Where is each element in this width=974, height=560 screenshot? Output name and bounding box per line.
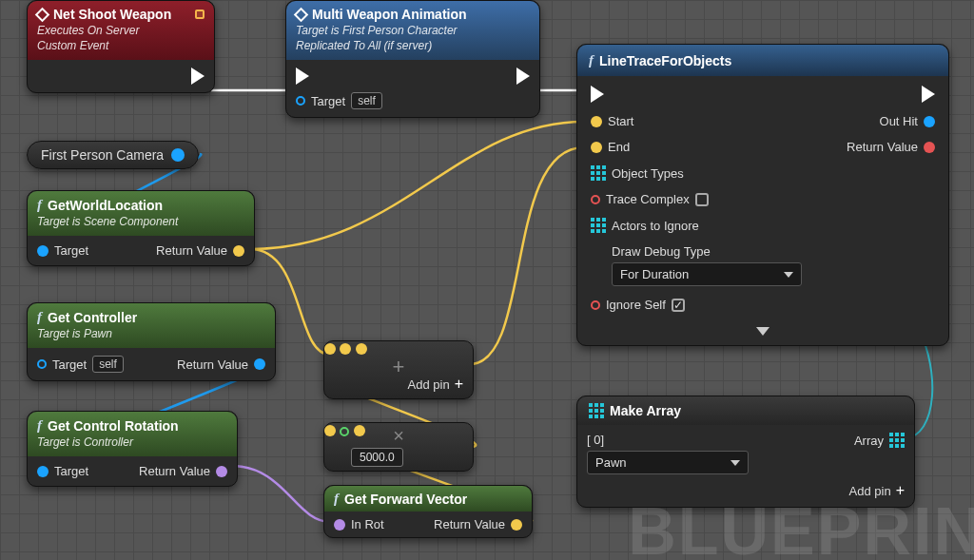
add-pin-label: Add pin xyxy=(408,377,450,392)
target-pin[interactable] xyxy=(37,466,49,477)
inrot-pin[interactable] xyxy=(334,519,345,531)
exec-in-pin[interactable] xyxy=(591,86,604,103)
trace-complex-pin[interactable] xyxy=(591,195,600,204)
trace-complex-checkbox[interactable] xyxy=(695,193,709,206)
variable-label: First Person Camera xyxy=(41,147,164,163)
node-multi-weapon-animation[interactable]: Multi Weapon Animation Target is First P… xyxy=(285,0,540,118)
add-pin-button[interactable]: Add pin+ xyxy=(408,376,463,393)
node-vector-multiply[interactable]: 5000.0 × xyxy=(323,422,474,472)
node-make-array[interactable]: Make Array [ 0] Pawn Array Add pin+ xyxy=(576,396,915,508)
return-label: Return Value xyxy=(156,243,227,258)
function-icon: f xyxy=(37,197,42,213)
actors-ignore-pin[interactable] xyxy=(591,218,606,233)
node-net-shoot-weapon[interactable]: Net Shoot Weapon Executes On Server Cust… xyxy=(27,0,215,93)
return-label: Return Value xyxy=(139,464,210,478)
target-pin[interactable] xyxy=(296,96,305,106)
function-icon: f xyxy=(334,491,339,507)
event-icon xyxy=(294,7,309,22)
ignore-self-label: Ignore Self xyxy=(606,298,666,312)
object-types-label: Object Types xyxy=(612,166,684,181)
subtitle1: Target is First Person Character xyxy=(296,24,530,37)
subtitle: Target is Pawn xyxy=(37,327,265,340)
ignore-self-pin[interactable] xyxy=(591,300,600,310)
target-value[interactable]: self xyxy=(92,356,124,373)
node-get-world-location[interactable]: fGetWorldLocation Target is Scene Compon… xyxy=(27,190,255,266)
replication-icon xyxy=(195,10,205,19)
return-pin[interactable] xyxy=(216,466,227,477)
array-out-pin[interactable] xyxy=(889,433,905,448)
subtitle2: Custom Event xyxy=(37,39,205,52)
exec-out-pin[interactable] xyxy=(191,68,205,85)
start-pin[interactable] xyxy=(591,116,602,127)
target-pin[interactable] xyxy=(37,245,49,257)
return-pin[interactable] xyxy=(254,358,265,370)
draw-debug-dropdown[interactable]: For Duration xyxy=(612,262,802,286)
index-label: [ 0] xyxy=(587,433,604,447)
exec-in-pin[interactable] xyxy=(296,68,309,85)
start-label: Start xyxy=(608,114,633,128)
plus-icon: + xyxy=(455,376,463,393)
return-pin[interactable] xyxy=(924,142,935,153)
add-out-pin[interactable] xyxy=(356,343,367,355)
end-pin[interactable] xyxy=(591,142,602,153)
target-label: Target xyxy=(54,464,88,478)
title-text: Get Control Rotation xyxy=(48,418,179,434)
actors-ignore-label: Actors to Ignore xyxy=(612,219,699,233)
add-in-a-pin[interactable] xyxy=(324,343,336,355)
index-dropdown[interactable]: Pawn xyxy=(587,451,749,474)
node-line-trace-for-objects[interactable]: fLineTraceForObjects Start Out Hit End R… xyxy=(576,44,949,346)
function-icon: f xyxy=(589,52,594,68)
target-value[interactable]: self xyxy=(351,92,382,109)
return-label: Return Value xyxy=(177,357,248,372)
expand-toggle[interactable] xyxy=(756,327,769,336)
title-text: Make Array xyxy=(610,403,681,418)
node-get-control-rotation[interactable]: fGet Control Rotation Target is Controll… xyxy=(27,411,238,487)
end-label: End xyxy=(608,140,630,154)
array-out-label: Array xyxy=(854,434,884,448)
function-icon: f xyxy=(37,417,42,434)
title-text: GetWorldLocation xyxy=(48,198,163,213)
node-header: Multi Weapon Animation Target is First P… xyxy=(286,1,539,60)
return-label: Return Value xyxy=(434,517,505,531)
outhit-label: Out Hit xyxy=(880,114,918,128)
return-label: Return Value xyxy=(847,140,918,154)
target-label: Target xyxy=(54,243,88,258)
draw-debug-value: For Duration xyxy=(620,267,689,281)
chevron-down-icon xyxy=(730,460,740,466)
node-get-controller[interactable]: fGet Controller Target is Pawn Targetsel… xyxy=(27,302,276,381)
variable-first-person-camera[interactable]: First Person Camera xyxy=(27,141,199,169)
ignore-self-checkbox[interactable] xyxy=(672,299,685,312)
blueprint-watermark: BLUEPRIN xyxy=(628,493,974,560)
exec-out-pin[interactable] xyxy=(516,68,530,85)
draw-debug-label: Draw Debug Type xyxy=(612,244,711,259)
title-text: Multi Weapon Animation xyxy=(312,7,467,22)
title-text: Get Controller xyxy=(48,310,137,325)
mul-scalar-value[interactable]: 5000.0 xyxy=(351,448,403,467)
node-header: fLineTraceForObjects xyxy=(577,45,948,76)
node-header: Net Shoot Weapon Executes On Server Cust… xyxy=(28,1,214,60)
title-text: LineTraceForObjects xyxy=(599,53,731,68)
object-types-pin[interactable] xyxy=(591,165,606,181)
exec-out-pin[interactable] xyxy=(922,86,935,103)
trace-complex-label: Trace Complex xyxy=(606,192,690,206)
target-label: Target xyxy=(52,357,87,372)
function-icon: f xyxy=(37,309,42,325)
inrot-label: In Rot xyxy=(351,517,384,531)
target-pin[interactable] xyxy=(37,359,47,369)
subtitle2: Replicated To All (if server) xyxy=(296,39,530,52)
target-label: Target xyxy=(311,94,345,108)
return-pin[interactable] xyxy=(511,519,522,531)
subtitle1: Executes On Server xyxy=(37,24,205,37)
return-pin[interactable] xyxy=(233,245,244,257)
node-header: fGet Forward Vector xyxy=(324,486,532,512)
title-text: Get Forward Vector xyxy=(344,492,467,507)
variable-out-pin[interactable] xyxy=(171,148,185,162)
add-in-b-pin[interactable] xyxy=(340,343,351,355)
multiply-icon: × xyxy=(324,425,473,447)
outhit-pin[interactable] xyxy=(924,116,935,127)
node-vector-add[interactable]: + Add pin+ xyxy=(323,340,474,399)
array-icon xyxy=(589,403,604,418)
subtitle: Target is Controller xyxy=(37,435,227,449)
node-header: fGet Controller Target is Pawn xyxy=(28,303,275,348)
node-get-forward-vector[interactable]: fGet Forward Vector In Rot Return Value xyxy=(323,485,533,538)
